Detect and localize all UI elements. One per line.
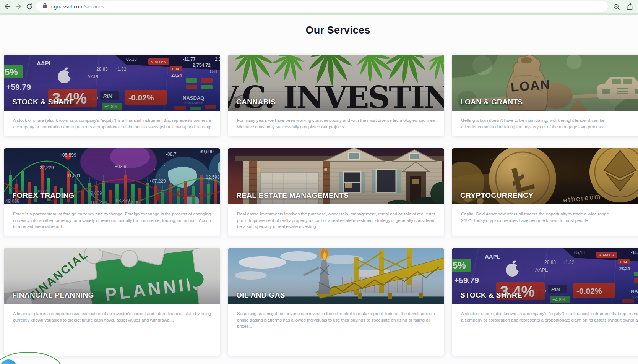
card-description: A stock or share (also known as a compan…: [13, 117, 211, 130]
card-description: Real estate investments involves the pur…: [237, 211, 435, 230]
svg-text:-08,7: -08,7: [166, 152, 177, 157]
service-card-cryptocurrency[interactable]: Ł ethereum CRYPTOCURRENCY Capital Gold A…: [452, 148, 638, 236]
card-title: REAL ESTATE MANAGEMENTS: [236, 191, 349, 200]
services-grid: STOCK & SHARE A stock or share (also kno…: [4, 55, 638, 356]
service-card-loan-grants[interactable]: LOAN LO: [452, 55, 638, 136]
card-description: A financial plan is a comprehensive eval…: [13, 311, 211, 323]
card-description: Forex is a portmanteau of foreign curren…: [13, 211, 211, 230]
service-card-forex[interactable]: +05,599 -22,229 -01,001 29,009 49,009 +0…: [4, 148, 220, 236]
card-description: Getting a loan doesn't have to be intimi…: [461, 117, 638, 130]
forex-chart-image: +05,599 -22,229 -01,001 29,009 49,009 +0…: [4, 148, 220, 204]
stock-market-image: STOCK & SHARE: [4, 55, 220, 111]
forward-button[interactable]: [15, 2, 24, 11]
svg-text:ethereum: ethereum: [563, 193, 602, 204]
svg-text:LOAN: LOAN: [510, 77, 551, 94]
screen: 5% +59.79 AAPL NASDAQ LISTED AAPL 28.83 …: [0, 0, 638, 364]
card-title: CRYPTOCURRENCY: [460, 191, 533, 200]
card-title: LOAN & GRANTS: [460, 98, 523, 106]
service-card-real-estate[interactable]: REAL ESTATE MANAGEMENTS Real estate inve…: [228, 148, 444, 236]
loan-balance-image: LOAN LO: [452, 55, 638, 111]
url-bar[interactable]: cgoasset.com/services: [36, 1, 608, 12]
svg-text:+07,36: +07,36: [125, 200, 140, 204]
card-description: Surprising as it might be, anyone can in…: [237, 311, 435, 330]
svg-text:-22,229: -22,229: [38, 165, 54, 170]
card-title: FOREX TRADING: [12, 191, 74, 200]
card-title: STOCK & SHARE: [12, 98, 74, 106]
service-card-stock-share[interactable]: STOCK & SHARE A stock or share (also kno…: [4, 55, 220, 136]
oil-rig-image: OIL AND GAS: [228, 248, 444, 304]
card-description: For many years we have been working cons…: [237, 117, 435, 130]
card-title: CANNABIS: [236, 98, 276, 106]
service-card-oil-gas[interactable]: OIL AND GAS Surprising as it might be, a…: [228, 248, 444, 356]
reload-button[interactable]: [25, 2, 34, 11]
svg-text:PLANNING: PLANNING: [104, 271, 219, 304]
share-icon[interactable]: [625, 3, 634, 11]
card-description: A stock or share (also known as a compan…: [461, 311, 638, 323]
svg-text:+05,599: +05,599: [60, 152, 76, 158]
svg-text:+03,9: +03,9: [115, 164, 127, 169]
service-card-cannabis[interactable]: 9'TT L'6T SOON V.C. INVESTING CANNABIS F…: [228, 55, 444, 136]
svg-text:39,009: 39,009: [88, 191, 102, 196]
back-button[interactable]: [3, 2, 12, 11]
browser-toolbar: cgoasset.com/services: [0, 0, 638, 13]
stock-market-image: STOCK & SHARE: [452, 248, 638, 304]
svg-text:-01,001: -01,001: [65, 173, 81, 178]
house-image: REAL ESTATE MANAGEMENTS: [228, 148, 444, 204]
service-card-stock-share-2[interactable]: STOCK & SHARE A stock or share (also kno…: [452, 248, 638, 356]
lock-icon: [42, 3, 47, 10]
cannabis-image: 9'TT L'6T SOON V.C. INVESTING CANNABIS: [228, 55, 444, 111]
service-card-financial-planning[interactable]: PLANNING FINANCIAL: [4, 248, 220, 356]
card-title: FINANCIAL PLANNING: [12, 291, 94, 299]
toolbar-edge: [0, 13, 638, 15]
svg-text:12,598: 12,598: [206, 175, 220, 180]
crypto-coins-image: Ł ethereum CRYPTOCURRENCY: [452, 148, 638, 204]
chat-button[interactable]: [0, 359, 17, 364]
card-title: STOCK & SHARE: [460, 291, 522, 299]
page-title: Our Services: [4, 24, 638, 36]
url-text: cgoasset.com/services: [51, 4, 104, 10]
svg-text:+07,229: +07,229: [149, 178, 166, 184]
puzzle-image: PLANNING FINANCIAL: [4, 248, 220, 304]
zoom-icon[interactable]: [612, 3, 621, 11]
svg-text:+01,234: +01,234: [90, 200, 107, 204]
svg-text:93,339: 93,339: [116, 198, 130, 203]
svg-text:99,999: 99,999: [200, 149, 214, 154]
card-description: Capital Gold Asset now offers all trader…: [461, 211, 638, 223]
card-title: OIL AND GAS: [236, 291, 285, 299]
